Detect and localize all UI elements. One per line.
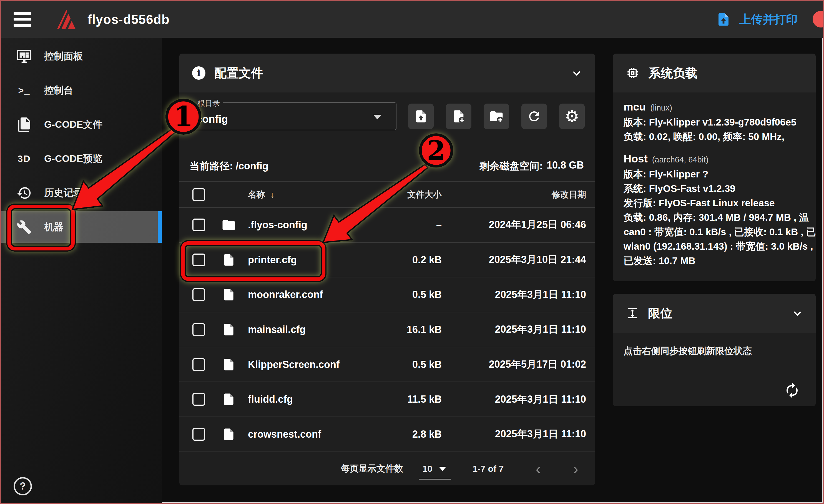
table-row-flyos-config[interactable]: .flyos-config – 2024年1月25日 06:46 xyxy=(179,207,595,242)
root-directory-select[interactable]: 根目录 config xyxy=(190,102,397,130)
host-heading: Host(aarch64, 64bit) xyxy=(624,152,816,167)
mcu-arch: (linux) xyxy=(650,103,672,112)
endstops-header: 限位 xyxy=(613,294,816,333)
row-checkbox[interactable] xyxy=(192,428,205,441)
file-icon xyxy=(221,427,237,441)
row-checkbox[interactable] xyxy=(192,323,205,336)
table-footer: 每页显示文件数 10 1-7 of 7 ‹ › xyxy=(179,451,595,485)
free-disk-value: 10.8 GB xyxy=(547,160,584,173)
file-size: 11.5 kB xyxy=(372,394,442,405)
next-page-button[interactable]: › xyxy=(573,461,578,477)
3d-icon: 3D xyxy=(16,153,32,164)
flyos-logo-icon xyxy=(56,6,77,33)
sidebar-item-gcode-files[interactable]: G-CODE文件 xyxy=(1,109,162,140)
collapse-chevron-icon[interactable] xyxy=(792,308,803,319)
sidebar-item-label: 机器 xyxy=(44,220,64,233)
root-directory-value: config xyxy=(196,113,228,125)
sidebar-item-console[interactable]: >_ 控制台 xyxy=(1,75,162,106)
sidebar-item-label: 历史记录 xyxy=(44,186,83,199)
create-file-button[interactable] xyxy=(446,104,472,129)
settings-button[interactable]: ⚙ xyxy=(559,104,585,129)
sidebar-item-machine[interactable]: 机器 xyxy=(1,211,162,243)
row-checkbox[interactable] xyxy=(192,393,205,406)
endstops-title: 限位 xyxy=(648,305,673,321)
sidebar-item-dashboard[interactable]: 控制面板 xyxy=(1,40,162,72)
host-version-line: 版本: Fly-Klipper ? xyxy=(624,167,816,181)
row-checkbox[interactable] xyxy=(192,254,205,266)
file-name: printer.cfg xyxy=(248,254,372,266)
file-date: 2025年3月10日 21:44 xyxy=(442,253,586,267)
mcu-version-line: 版本: Fly-Klipper v1.2.39-g780d9f06e5 xyxy=(624,115,816,129)
file-date: 2025年3月1日 11:10 xyxy=(442,427,586,441)
create-folder-button[interactable] xyxy=(484,104,509,129)
sidebar-item-label: 控制面板 xyxy=(44,50,83,63)
endstops-body: 点击右侧同步按钮刷新限位状态 xyxy=(613,333,816,406)
table-row-printer-cfg[interactable]: printer.cfg 0.2 kB 2025年3月10日 21:44 xyxy=(179,242,595,277)
collapse-chevron-icon[interactable] xyxy=(571,68,582,79)
file-size: 0.2 kB xyxy=(372,254,442,266)
table-row-moonraker-conf[interactable]: moonraker.conf 0.5 kB 2025年3月1日 11:10 xyxy=(179,277,595,312)
per-page-select[interactable]: 10 xyxy=(423,464,446,474)
refresh-button[interactable] xyxy=(521,104,547,129)
table-header: 名称 ↓ 文件大小 修改日期 xyxy=(179,181,595,208)
file-plus-icon xyxy=(451,109,466,123)
row-checkbox[interactable] xyxy=(192,288,205,301)
wrench-icon xyxy=(16,220,32,235)
row-checkbox[interactable] xyxy=(192,218,205,231)
file-date: 2024年1月25日 06:46 xyxy=(442,218,586,231)
file-icon xyxy=(221,323,237,336)
sidebar-item-gcode-preview[interactable]: 3D G-CODE预览 xyxy=(1,143,162,174)
file-size: 16.1 kB xyxy=(372,324,442,335)
sidebar-item-history[interactable]: 历史记录 xyxy=(1,177,162,209)
sync-icon xyxy=(784,382,800,399)
current-path: 当前路径: /config xyxy=(190,160,269,173)
table-row-crowsnest-conf[interactable]: crowsnest.conf 2.8 kB 2025年3月1日 11:10 xyxy=(179,416,595,451)
file-name: .flyos-config xyxy=(248,219,372,231)
free-disk-space: 剩余磁盘空间: 10.8 GB xyxy=(480,160,584,173)
upload-file-button[interactable] xyxy=(408,104,434,129)
mcu-load-line: 负载: 0.02, 唤醒: 0.00, 频率: 50 MHz, xyxy=(624,129,816,144)
gear-icon: ⚙ xyxy=(565,108,579,124)
upload-and-print-button[interactable]: 上传并打印 xyxy=(716,12,798,27)
table-row-klipperscreen-conf[interactable]: KlipperScreen.conf 0.5 kB 2025年5月17日 01:… xyxy=(179,347,595,382)
emergency-stop-icon[interactable] xyxy=(813,11,824,27)
config-files-card: 配置文件 根目录 config xyxy=(179,54,595,485)
previous-page-button[interactable]: ‹ xyxy=(535,461,541,477)
free-disk-label: 剩余磁盘空间: xyxy=(480,160,543,173)
file-icon xyxy=(221,392,237,406)
sidebar: 控制面板 >_ 控制台 G-CODE文件 3D G-CODE预览 历史记录 xyxy=(1,38,162,503)
hamburger-menu-icon[interactable] xyxy=(14,12,31,27)
system-load-card: 系统负载 mcu(linux) 版本: Fly-Klipper v1.2.39-… xyxy=(613,54,816,281)
file-name: KlipperScreen.conf xyxy=(248,359,372,371)
file-date: 2025年3月1日 11:10 xyxy=(442,288,586,302)
root-directory-label: 根目录 xyxy=(195,98,223,108)
column-header-modified[interactable]: 修改日期 xyxy=(442,189,586,200)
console-icon: >_ xyxy=(16,85,32,96)
column-header-name[interactable]: 名称 ↓ xyxy=(248,189,372,200)
folder-plus-icon xyxy=(489,109,504,124)
select-all-checkbox[interactable] xyxy=(192,188,205,201)
select-caret-icon xyxy=(373,115,382,119)
table-row-fluidd-cfg[interactable]: fluidd.cfg 11.5 kB 2025年3月1日 11:10 xyxy=(179,382,595,416)
file-toolbar: 根目录 config xyxy=(190,102,585,130)
sort-descending-icon: ↓ xyxy=(270,190,275,200)
mcu-heading: mcu(linux) xyxy=(624,100,816,115)
system-load-header: 系统负载 xyxy=(613,54,816,92)
host-arch: (aarch64, 64bit) xyxy=(652,155,709,164)
file-multiple-icon xyxy=(16,117,32,132)
host-release-line: 发行版: FlyOS-Fast Linux release xyxy=(624,196,816,210)
file-name: fluidd.cfg xyxy=(248,394,372,405)
row-checkbox[interactable] xyxy=(192,358,205,371)
sync-endstops-button[interactable] xyxy=(783,381,801,400)
endstops-card: 限位 点击右侧同步按钮刷新限位状态 xyxy=(613,294,816,406)
host-os-line: 系统: FlyOS-Fast v1.2.39 xyxy=(624,181,816,196)
system-load-body: mcu(linux) 版本: Fly-Klipper v1.2.39-g780d… xyxy=(613,92,816,268)
help-button[interactable]: ? xyxy=(14,477,32,495)
file-size: 0.5 kB xyxy=(372,289,442,300)
refresh-icon xyxy=(527,109,542,124)
column-header-size[interactable]: 文件大小 xyxy=(372,189,442,200)
host-can0-line: can0 : 带宽值: 0.1 kB/s , 已接收: 0.1 kB , 已 xyxy=(624,225,816,239)
table-row-mainsail-cfg[interactable]: mainsail.cfg 16.1 kB 2025年3月1日 11:10 xyxy=(179,312,595,347)
limit-arrows-icon xyxy=(626,307,639,320)
file-icon xyxy=(221,358,237,372)
